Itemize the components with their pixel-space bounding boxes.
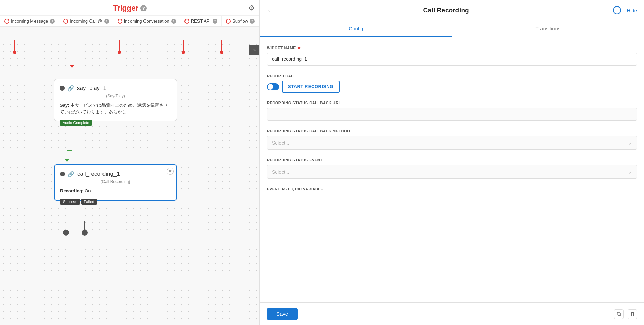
svg-point-5 bbox=[118, 51, 121, 54]
call-recording-title: call_recording_1 bbox=[77, 171, 120, 177]
tab-label-subflow: Subflow bbox=[232, 18, 248, 24]
record-call-toggle-switch[interactable] bbox=[267, 83, 279, 90]
tab-radio-incoming-message bbox=[4, 19, 9, 24]
widget-name-group: WIDGET NAME ★ bbox=[267, 45, 637, 66]
tab-config[interactable]: Config bbox=[260, 21, 452, 37]
liquid-variable-group: EVENT AS LIQUID VARIABLE bbox=[267, 187, 637, 191]
say-play-content-label: Say: bbox=[60, 103, 69, 108]
tab-label-rest-api: REST API bbox=[191, 18, 211, 24]
tab-radio-subflow bbox=[226, 19, 231, 24]
callback-method-label: RECORDING STATUS CALLBACK METHOD bbox=[267, 129, 637, 133]
call-recording-link-icon: 🔗 bbox=[68, 171, 74, 177]
svg-point-16 bbox=[63, 230, 69, 236]
required-star: ★ bbox=[297, 45, 301, 50]
start-recording-button[interactable]: START RECORDING bbox=[282, 81, 340, 93]
svg-point-9 bbox=[220, 51, 223, 54]
panel-tabs: Config Transitions bbox=[260, 21, 644, 37]
chevron-down-icon-2: ⌄ bbox=[628, 168, 632, 175]
trigger-label: Trigger bbox=[113, 4, 139, 13]
callback-method-select[interactable]: Select... ⌄ bbox=[267, 136, 637, 150]
tab-help-subflow[interactable]: ? bbox=[250, 19, 255, 24]
status-event-select[interactable]: Select... ⌄ bbox=[267, 165, 637, 179]
call-recording-header: 🔗 call_recording_1 bbox=[60, 171, 171, 177]
say-play-dot bbox=[60, 86, 65, 91]
tab-help-rest-api[interactable]: ? bbox=[213, 19, 217, 24]
tab-subflow[interactable]: Subflow ? bbox=[222, 16, 259, 26]
footer-icons: ⧉ 🗑 bbox=[614, 309, 637, 319]
collapse-button[interactable]: » bbox=[249, 45, 259, 55]
callback-method-placeholder: Select... bbox=[272, 140, 289, 146]
say-play-content: Say: 本サービスでは品質向上のため、通話を録音させていただいております。あら… bbox=[60, 102, 171, 115]
trigger-title-bar: Trigger ? bbox=[0, 4, 259, 15]
toggle-knob bbox=[268, 84, 273, 90]
tab-incoming-message[interactable]: Incoming Message ? bbox=[0, 16, 59, 26]
audio-complete-badge: Audio Complete bbox=[60, 120, 92, 126]
svg-point-1 bbox=[13, 51, 16, 54]
status-event-placeholder: Select... bbox=[272, 169, 289, 175]
tab-help-incoming-message[interactable]: ? bbox=[50, 19, 55, 24]
trigger-header: Trigger ? ⚙ Incoming Message ? Incoming … bbox=[0, 0, 259, 27]
record-call-group: RECORD CALL START RECORDING bbox=[267, 74, 637, 93]
panel-info-icon[interactable]: i bbox=[613, 6, 621, 14]
tab-help-incoming-call[interactable]: ? bbox=[104, 19, 109, 24]
call-recording-content: Recording: On bbox=[60, 188, 171, 194]
call-recording-dot bbox=[60, 172, 65, 176]
trigger-help-icon[interactable]: ? bbox=[140, 5, 147, 11]
copy-button[interactable]: ⧉ bbox=[614, 309, 624, 319]
recording-value: On bbox=[85, 188, 91, 193]
svg-point-17 bbox=[82, 230, 88, 236]
svg-marker-13 bbox=[65, 159, 69, 162]
panel-content: WIDGET NAME ★ RECORD CALL START RECORDIN… bbox=[260, 37, 644, 302]
tab-incoming-call[interactable]: Incoming Call @ ? bbox=[59, 16, 113, 26]
recording-label: Recording: bbox=[60, 188, 84, 193]
call-recording-node[interactable]: 🔗 call_recording_1 ✕ (Call Recording) Re… bbox=[54, 164, 177, 201]
tab-radio-incoming-conversation bbox=[118, 19, 122, 24]
say-play-header: 🔗 say_play_1 bbox=[60, 85, 171, 92]
widget-name-label: WIDGET NAME ★ bbox=[267, 45, 637, 50]
status-event-label: RECORDING STATUS EVENT bbox=[267, 158, 637, 162]
tab-transitions[interactable]: Transitions bbox=[452, 21, 644, 37]
tab-label-incoming-conversation: Incoming Conversation bbox=[124, 18, 169, 24]
callback-url-input[interactable] bbox=[267, 108, 637, 121]
panel-title: Call Recording bbox=[279, 6, 613, 14]
say-play-node[interactable]: 🔗 say_play_1 (Say/Play) Say: 本サービスでは品質向上… bbox=[54, 79, 177, 121]
liquid-variable-label: EVENT AS LIQUID VARIABLE bbox=[267, 187, 637, 191]
panel-back-button[interactable]: ← bbox=[267, 6, 274, 14]
delete-button[interactable]: 🗑 bbox=[628, 309, 637, 319]
call-recording-close-button[interactable]: ✕ bbox=[167, 168, 174, 175]
right-panel: ← Call Recording i Hide Config Transitio… bbox=[260, 0, 644, 325]
failed-badge: Failed bbox=[81, 199, 97, 205]
say-play-subtitle: (Say/Play) bbox=[60, 94, 171, 98]
tab-label-incoming-call: Incoming Call @ bbox=[70, 18, 102, 24]
panel-footer: Save ⧉ 🗑 bbox=[260, 302, 644, 325]
say-play-content-text: 本サービスでは品質向上のため、通話を録音させていただいております。あらかじ bbox=[60, 103, 168, 114]
status-event-group: RECORDING STATUS EVENT Select... ⌄ bbox=[267, 158, 637, 179]
record-call-toggle: START RECORDING bbox=[267, 81, 637, 93]
tab-label-incoming-message: Incoming Message bbox=[11, 18, 48, 24]
say-play-title: say_play_1 bbox=[77, 85, 106, 92]
panel-hide-button[interactable]: Hide bbox=[627, 8, 637, 13]
svg-point-7 bbox=[182, 51, 185, 54]
svg-connectors bbox=[0, 0, 259, 325]
canvas: Trigger ? ⚙ Incoming Message ? Incoming … bbox=[0, 0, 260, 325]
svg-marker-3 bbox=[70, 65, 74, 68]
record-call-label: RECORD CALL bbox=[267, 74, 637, 78]
callback-method-group: RECORDING STATUS CALLBACK METHOD Select.… bbox=[267, 129, 637, 150]
callback-url-label: RECORDING STATUS CALLBACK URL bbox=[267, 101, 637, 105]
success-badge: Success bbox=[60, 199, 80, 205]
save-button[interactable]: Save bbox=[267, 308, 298, 320]
settings-icon[interactable]: ⚙ bbox=[248, 4, 255, 12]
chevron-down-icon: ⌄ bbox=[628, 139, 632, 146]
widget-name-input[interactable] bbox=[267, 53, 637, 66]
tab-radio-incoming-call bbox=[63, 19, 68, 24]
callback-url-group: RECORDING STATUS CALLBACK URL bbox=[267, 101, 637, 121]
call-recording-subtitle: (Call Recording) bbox=[60, 179, 171, 184]
tab-incoming-conversation[interactable]: Incoming Conversation ? bbox=[113, 16, 180, 26]
say-play-link-icon: 🔗 bbox=[67, 85, 74, 92]
tab-help-incoming-conversation[interactable]: ? bbox=[171, 19, 176, 24]
trigger-tabs: Incoming Message ? Incoming Call @ ? Inc… bbox=[0, 15, 259, 26]
tab-rest-api[interactable]: REST API ? bbox=[180, 16, 222, 26]
panel-header: ← Call Recording i Hide bbox=[260, 0, 644, 21]
tab-radio-rest-api bbox=[184, 19, 189, 24]
